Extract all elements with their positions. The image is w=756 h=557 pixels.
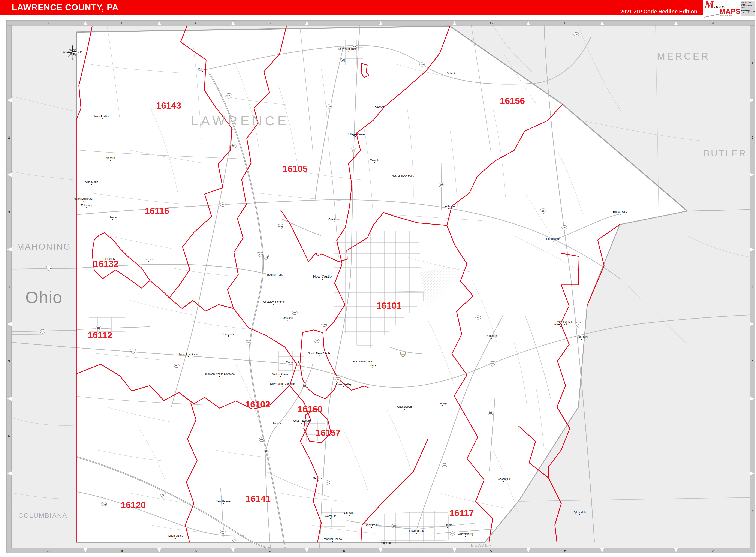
- svg-text:W: W: [63, 51, 65, 54]
- logo-contact-line: EMAIL US AT:: [741, 9, 755, 11]
- town-label: Volant: [447, 72, 455, 75]
- svg-text:376: 376: [259, 253, 262, 255]
- compass-rose: N S W E: [63, 42, 82, 63]
- grid-column-label: A: [47, 549, 50, 552]
- town-label: East New Castle: [353, 360, 373, 363]
- svg-text:65: 65: [443, 464, 445, 466]
- grid-column-label: G: [490, 21, 493, 25]
- svg-text:317: 317: [97, 327, 100, 329]
- town-dot: [219, 376, 220, 377]
- town-dot: [223, 503, 224, 504]
- grid-column-label: F: [417, 21, 418, 25]
- town-dot: [83, 201, 84, 202]
- grid-column-label: D: [269, 21, 271, 25]
- svg-text:76: 76: [233, 539, 236, 541]
- town-dot: [175, 538, 176, 538]
- town-dot: [371, 527, 372, 528]
- grid-row-label: 5: [8, 359, 10, 363]
- town-label: Robinson: [107, 215, 118, 219]
- state-route-shield-icon: 108: [322, 323, 327, 327]
- region-label-mahoning: MAHONING: [17, 242, 71, 251]
- grid-column-label: H: [564, 549, 566, 552]
- town-label: Ellport: [444, 523, 452, 527]
- svg-text:18: 18: [352, 149, 354, 151]
- town-label: Wurtemburg: [458, 532, 473, 535]
- svg-text:208: 208: [420, 63, 424, 65]
- town-dot: [581, 339, 582, 340]
- town-dot: [553, 241, 554, 242]
- state-route-shield-icon: 551: [231, 144, 236, 148]
- town-label: Union Valley: [336, 383, 352, 386]
- town-dot: [102, 118, 103, 119]
- grid-column-label: C: [195, 549, 197, 552]
- state-route-shield-icon: 288: [391, 524, 397, 528]
- state-route-shield-icon: 168: [302, 384, 307, 388]
- town-dot: [416, 533, 417, 534]
- town-dot: [319, 355, 320, 356]
- grid-column-label: F: [417, 549, 418, 552]
- svg-text:108: 108: [322, 324, 326, 326]
- logo-contact-line: CALL US TOLL FREE!: [741, 2, 755, 5]
- town-dot: [278, 426, 279, 426]
- region-label-beaver: BEAVER: [471, 543, 492, 548]
- svg-text:108: 108: [221, 204, 224, 206]
- svg-text:168: 168: [303, 385, 306, 387]
- svg-text:168: 168: [293, 312, 296, 314]
- state-route-shield-icon: 956: [439, 183, 444, 187]
- town-dot: [148, 261, 149, 262]
- logo-contact-line: mapsales@MarketMAPS.com: [741, 11, 755, 13]
- town-label: Cottage Grove: [347, 133, 365, 136]
- state-route-shield-icon: 208: [574, 32, 579, 36]
- marketmaps-logo: Market MAPS On Target. On Time. CALL US …: [703, 0, 756, 16]
- town-dot: [579, 514, 580, 515]
- town-label: Willow Grove: [272, 373, 289, 376]
- zip-label-16112: 16112: [88, 330, 112, 340]
- region-label-lawrence: LAWRENCE: [191, 113, 289, 128]
- grid-column-label: B: [121, 549, 123, 552]
- state-route-shield-icon: 551: [174, 364, 179, 368]
- svg-text:224: 224: [48, 267, 51, 269]
- state-route-shield-icon: 351: [220, 530, 225, 534]
- svg-text:18: 18: [326, 481, 328, 483]
- grid-row-label: 2: [8, 136, 10, 139]
- svg-text:19: 19: [542, 210, 544, 212]
- town-label: Mount Jackson: [179, 353, 198, 356]
- grid-column-label: H: [564, 21, 566, 25]
- grid-column-label: J: [712, 549, 714, 552]
- town-label: Jackson Knolls Gardens: [205, 372, 235, 376]
- town-label: Moravia: [273, 422, 283, 425]
- town-dot: [503, 481, 504, 482]
- town-dot: [564, 324, 565, 325]
- zip-label-16116: 16116: [145, 206, 169, 216]
- town-label: New Castle: [313, 274, 332, 278]
- svg-text:351: 351: [221, 531, 224, 533]
- town-dot: [322, 278, 323, 280]
- town-label: Rock Point: [365, 523, 379, 527]
- town-label: Oakland: [283, 316, 293, 319]
- town-dot: [448, 208, 449, 209]
- town-label: Mayville: [370, 158, 380, 162]
- state-route-shield-icon: 18: [351, 148, 356, 152]
- svg-text:422: 422: [131, 350, 134, 352]
- town-label: Joyce: [369, 364, 376, 367]
- town-dot: [450, 76, 452, 76]
- town-dot: [348, 51, 349, 52]
- grid-row-label: 6: [8, 434, 10, 438]
- zip-label-16102: 16102: [245, 399, 270, 409]
- town-dot: [355, 136, 356, 137]
- town-dot: [465, 536, 466, 537]
- town-label: New Beaver: [216, 500, 231, 503]
- region-label-mercer: MERCER: [657, 51, 710, 62]
- svg-text:19: 19: [577, 323, 580, 326]
- town-dot: [301, 423, 302, 423]
- state-route-shield-icon: 108: [220, 203, 225, 207]
- state-route-shield-icon: 317: [96, 326, 101, 330]
- svg-text:E: E: [80, 51, 82, 54]
- state-route-shield-icon: 488: [450, 531, 455, 535]
- town-dot: [343, 386, 344, 387]
- town-dot: [620, 214, 620, 215]
- zip-label-16117: 16117: [449, 508, 474, 518]
- edition-label: 2021 ZIP Code Redline Edition: [0, 8, 697, 15]
- town-dot: [560, 326, 561, 327]
- town-dot: [402, 178, 403, 178]
